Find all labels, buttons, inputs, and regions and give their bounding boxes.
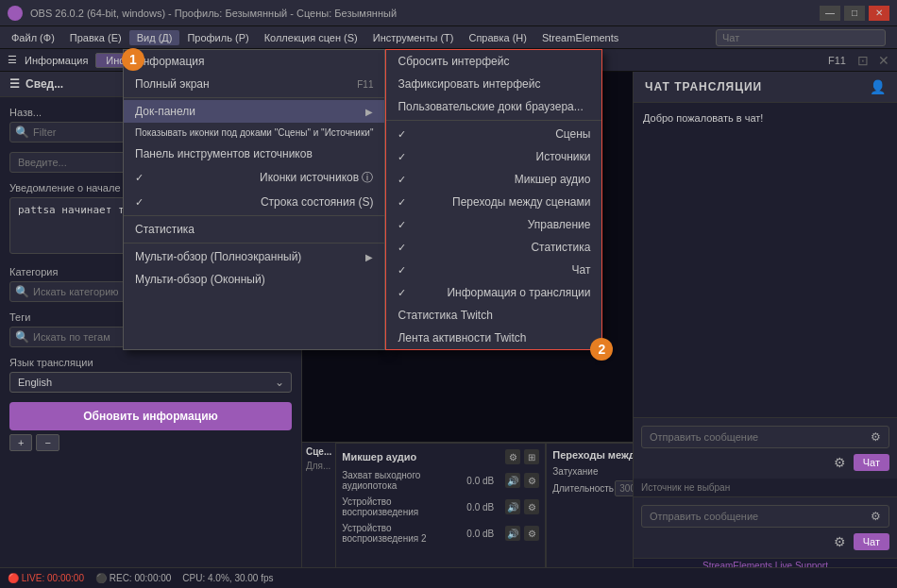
source-not-selected: Источник не выбран — [634, 479, 897, 496]
transitions-panel: Переходы между сц... Затухание Длительно… — [546, 443, 633, 588]
mixer-track-2-mute[interactable]: 🔊 — [505, 499, 520, 514]
dock-panels-arrow: ▶ — [365, 107, 373, 117]
chat-bottom-emoji-icon[interactable]: ⚙ — [871, 510, 881, 523]
rec-status: ⚫ REC: 00:00:00 — [95, 573, 171, 583]
filter-icon: 🔍 — [15, 126, 29, 139]
maximize-button[interactable]: □ — [844, 6, 865, 21]
dock-stream-info-item[interactable]: Информация о трансляции — [386, 281, 601, 304]
panel-header-icon[interactable]: ☰ — [9, 77, 20, 91]
chat-send-button[interactable]: Чат — [854, 454, 889, 471]
dock-controls-item[interactable]: Управление — [386, 213, 601, 236]
chat-bottom-input-area: ⚙ ⚙ Чат — [634, 496, 897, 558]
window-title: OBS 26.0.2 (64-bit, windows) - Профиль: … — [30, 8, 820, 19]
rec-time: 00:00:00 — [134, 573, 171, 583]
chat-messages: Добро пожаловать в чат! — [634, 103, 897, 417]
menu-view[interactable]: Вид (Д) — [129, 30, 180, 45]
mixer-track-3-mute[interactable]: 🔊 — [505, 526, 520, 541]
dock-twitch-activity-item[interactable]: Лента активности Twitch — [386, 327, 601, 349]
category-search-icon: 🔍 — [15, 285, 29, 298]
tags-search-icon: 🔍 — [15, 330, 29, 344]
menu-help[interactable]: Справка (Н) — [461, 30, 533, 45]
mixer-track-1-icons: 🔊 ⚙ — [505, 473, 539, 488]
language-select[interactable]: English — [9, 372, 292, 393]
chat-sidebar: ЧАТ ТРАНСЛЯЦИИ 👤 Добро пожаловать в чат!… — [633, 72, 897, 588]
dock-transitions-item[interactable]: Переходы между сценами — [386, 191, 601, 213]
dock-sources-item[interactable]: Источники — [386, 145, 601, 168]
update-info-button[interactable]: Обновить информацию — [9, 402, 292, 430]
dock-audio-mixer-item[interactable]: Микшер аудио — [386, 168, 601, 191]
duration-row: Длительность — [552, 480, 633, 496]
mixer-track-1-mute[interactable]: 🔊 — [505, 473, 520, 488]
mixer-track-1-settings[interactable]: ⚙ — [524, 473, 539, 488]
hamburger-icon[interactable]: ☰ — [8, 54, 17, 66]
menu-tools[interactable]: Инструменты (Т) — [365, 30, 462, 45]
mixer-track-2-db: 0.0 dB — [461, 502, 494, 512]
view-separator-1 — [124, 97, 384, 98]
chat-message-input[interactable] — [650, 431, 871, 443]
chat-welcome-message: Добро пожаловать в чат! — [643, 112, 888, 124]
mixer-settings-btn[interactable]: ⚙ — [505, 449, 520, 464]
menu-scenes-collection[interactable]: Коллекция сцен (S) — [257, 30, 365, 45]
scenes-title: Сце... — [306, 446, 331, 457]
mixer-track-3-settings[interactable]: ⚙ — [524, 526, 539, 541]
mixer-track-1: Захват выходного аудиопотока 0.0 dB 🔊 ⚙ — [342, 470, 539, 491]
add-button[interactable]: + — [9, 434, 32, 451]
chat-settings-icon[interactable]: ⚙ — [834, 455, 846, 470]
dock-statistics-item[interactable]: Статистика — [386, 236, 601, 259]
view-status-bar-item[interactable]: Строка состояния (S) — [124, 191, 384, 213]
dock-chat-item[interactable]: Чат — [386, 259, 601, 281]
minimize-button[interactable]: — — [820, 6, 840, 21]
fading-row: Затухание — [552, 466, 633, 477]
view-info-item[interactable]: Информация — [124, 50, 384, 73]
view-dock-panels-item[interactable]: Док-панели ▶ — [124, 100, 384, 123]
dock-scenes-item[interactable]: Сцены — [386, 123, 601, 145]
chat-bottom-toolbar: ⚙ Чат — [641, 533, 889, 550]
mixer-dock-btn[interactable]: ⊞ — [524, 449, 539, 464]
live-time: 00:00:00 — [47, 573, 84, 583]
menu-edit[interactable]: Правка (Е) — [62, 30, 129, 45]
chat-header: ЧАТ ТРАНСЛЯЦИИ 👤 — [634, 72, 897, 103]
bottom-section: Сце... Для... Микшер аудио ⚙ ⊞ Захват вы… — [302, 442, 633, 588]
live-label: 🔴 LIVE: — [8, 573, 44, 583]
close-button[interactable]: ✕ — [869, 6, 889, 21]
language-label: Язык трансляции — [9, 357, 292, 368]
view-fullscreen-item[interactable]: Полный экран F11 — [124, 73, 384, 95]
view-sources-toolbar-item[interactable]: Панель инструментов источников — [124, 143, 384, 165]
view-source-icons-item[interactable]: Иконки источников ⓘ — [124, 165, 384, 191]
view-statistics-item[interactable]: Статистика — [124, 218, 384, 241]
dock-custom-browser-item[interactable]: Пользовательские доки браузера... — [386, 95, 601, 118]
view-multi-view-fullscreen-item[interactable]: Мульти-обзор (Полноэкранный) ▶ — [124, 245, 384, 268]
chat-input-wrapper: ⚙ — [641, 426, 889, 448]
chat-bottom-settings-icon[interactable]: ⚙ — [834, 534, 846, 549]
duration-input[interactable] — [615, 480, 633, 496]
dock-lock-item[interactable]: Зафиксировать интерфейс — [386, 73, 601, 95]
menu-stream-elements[interactable]: StreamElements — [534, 30, 626, 45]
badge-2: 2 — [590, 338, 613, 361]
fading-label: Затухание — [552, 466, 609, 477]
chat-emoji-icon[interactable]: ⚙ — [871, 430, 881, 444]
view-show-icons-item[interactable]: Показывать иконки под доками "Сцены" и "… — [124, 123, 384, 143]
close-tab-icon[interactable]: ✕ — [878, 53, 889, 68]
scenes-panel: Сце... Для... — [302, 443, 336, 588]
mixer-header: Микшер аудио ⚙ ⊞ — [342, 449, 539, 464]
chat-bottom-input-wrapper: ⚙ — [641, 505, 889, 528]
audio-mixer: Микшер аудио ⚙ ⊞ Захват выходного аудиоп… — [336, 443, 546, 588]
language-select-wrapper: English — [9, 372, 292, 393]
view-multi-view-window-item[interactable]: Мульти-обзор (Оконный) — [124, 268, 384, 291]
remove-button[interactable]: − — [36, 434, 59, 451]
dock-icon[interactable]: ⊡ — [857, 53, 869, 68]
dock-twitch-stats-item[interactable]: Статистика Twitch — [386, 304, 601, 327]
mixer-track-2-settings[interactable]: ⚙ — [524, 499, 539, 514]
mixer-track-3-db: 0.0 dB — [461, 529, 494, 539]
chat-title: ЧАТ ТРАНСЛЯЦИИ — [645, 80, 762, 93]
chat-search-input[interactable] — [716, 29, 886, 46]
mixer-track-1-db: 0.0 dB — [461, 476, 494, 486]
chat-bottom-send-button[interactable]: Чат — [854, 533, 889, 550]
chat-bottom-message-input[interactable] — [650, 511, 871, 522]
menu-profile[interactable]: Профиль (Р) — [179, 30, 256, 45]
menu-file[interactable]: Файл (Ф) — [4, 30, 62, 45]
mixer-track-2-icons: 🔊 ⚙ — [505, 499, 539, 514]
dock-reset-item[interactable]: Сбросить интерфейс — [386, 50, 601, 73]
panel-title: Свед... — [25, 77, 63, 91]
mixer-track-2: Устройство воспроизведения 0.0 dB 🔊 ⚙ — [342, 496, 539, 517]
